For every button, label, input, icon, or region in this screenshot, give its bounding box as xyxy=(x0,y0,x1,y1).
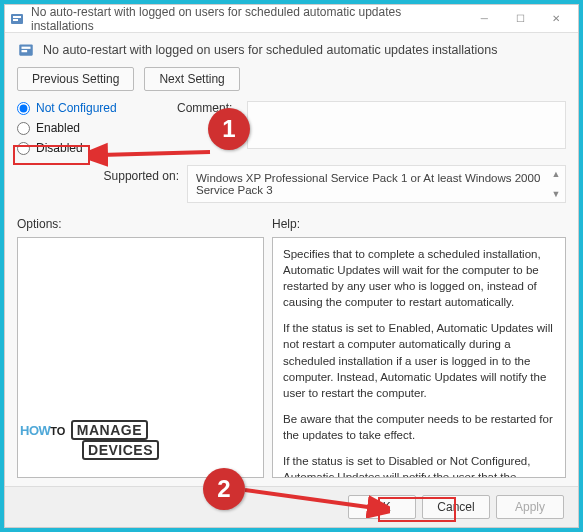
panel-labels: Options: Help: xyxy=(5,207,578,233)
help-paragraph: If the status is set to Enabled, Automat… xyxy=(283,320,555,400)
radio-label: Not Configured xyxy=(36,101,117,115)
minimize-button[interactable]: ─ xyxy=(466,6,502,32)
svg-rect-4 xyxy=(22,47,31,49)
help-label: Help: xyxy=(272,217,300,231)
titlebar: No auto-restart with logged on users for… xyxy=(5,5,578,33)
radio-label: Disabled xyxy=(36,141,83,155)
footer: OK Cancel Apply xyxy=(5,486,578,527)
apply-button[interactable]: Apply xyxy=(496,495,564,519)
radio-label: Enabled xyxy=(36,121,80,135)
previous-setting-button[interactable]: Previous Setting xyxy=(17,67,134,91)
policy-icon xyxy=(9,11,25,27)
svg-rect-5 xyxy=(22,50,28,52)
comment-label: Comment: xyxy=(177,101,247,155)
help-text: Specifies that to complete a scheduled i… xyxy=(283,246,555,478)
help-paragraph: Be aware that the computer needs to be r… xyxy=(283,411,555,443)
config-area: Not Configured Enabled Disabled Comment: xyxy=(5,99,578,161)
help-paragraph: If the status is set to Disabled or Not … xyxy=(283,453,555,478)
nav-buttons: Previous Setting Next Setting xyxy=(5,63,578,99)
close-button[interactable]: ✕ xyxy=(538,6,574,32)
next-setting-button[interactable]: Next Setting xyxy=(144,67,239,91)
radio-enabled[interactable]: Enabled xyxy=(17,121,177,135)
svg-rect-2 xyxy=(13,19,18,21)
help-panel: Specifies that to complete a scheduled i… xyxy=(272,237,566,478)
policy-icon xyxy=(17,41,35,59)
scroll-down-icon[interactable]: ▼ xyxy=(549,188,563,200)
supported-text: Windows XP Professional Service Pack 1 o… xyxy=(196,172,540,196)
svg-rect-1 xyxy=(13,16,21,18)
radio-disabled[interactable]: Disabled xyxy=(17,141,177,155)
comment-textbox[interactable] xyxy=(247,101,566,149)
radio-not-configured[interactable]: Not Configured xyxy=(17,101,177,115)
ok-button[interactable]: OK xyxy=(348,495,416,519)
help-paragraph: Specifies that to complete a scheduled i… xyxy=(283,246,555,310)
options-panel xyxy=(17,237,264,478)
window-title: No auto-restart with logged on users for… xyxy=(31,5,466,33)
supported-label: Supported on: xyxy=(17,165,187,183)
main-panels: Specifies that to complete a scheduled i… xyxy=(5,233,578,486)
scroll-up-icon[interactable]: ▲ xyxy=(549,168,563,180)
header: No auto-restart with logged on users for… xyxy=(5,33,578,63)
cancel-button[interactable]: Cancel xyxy=(422,495,490,519)
supported-row: Supported on: Windows XP Professional Se… xyxy=(5,161,578,207)
options-label: Options: xyxy=(17,217,272,231)
dialog-window: No auto-restart with logged on users for… xyxy=(4,4,579,528)
supported-textbox: Windows XP Professional Service Pack 1 o… xyxy=(187,165,566,203)
header-title: No auto-restart with logged on users for… xyxy=(43,43,497,57)
maximize-button[interactable]: ☐ xyxy=(502,6,538,32)
